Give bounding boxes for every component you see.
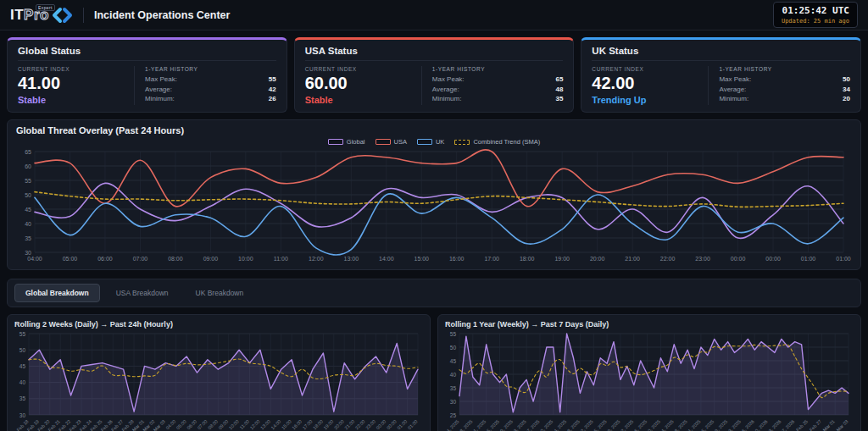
history-row: Minimum:35 (432, 94, 564, 104)
svg-text:35: 35 (25, 235, 31, 241)
svg-text:12:00: 12:00 (309, 256, 324, 262)
svg-text:Mar 04, 2025: Mar 04, 2025 (445, 418, 460, 431)
svg-text:50: 50 (25, 192, 31, 198)
legend-label: Combined Trend (SMA) (473, 138, 540, 146)
svg-text:15:00: 15:00 (414, 256, 429, 262)
utc-clock: 01:25:42 UTC (782, 5, 849, 16)
svg-text:Feb 25: Feb 25 (795, 418, 809, 431)
svg-text:50: 50 (450, 345, 457, 351)
history-row: Average:34 (719, 85, 850, 95)
history-row: Average:48 (432, 85, 564, 95)
svg-text:40: 40 (450, 372, 457, 378)
svg-text:08:00: 08:00 (168, 256, 183, 262)
svg-text:13:00: 13:00 (344, 256, 359, 262)
current-index-label: Current Index (18, 66, 134, 72)
svg-text:22:00: 22:00 (354, 418, 366, 430)
page-title: Incident Operations Center (94, 9, 230, 21)
right-chart-title: Rolling 1 Year (Weekly) → Past 7 Days (D… (445, 320, 854, 329)
legend-swatch (417, 139, 432, 145)
svg-text:17:00: 17:00 (484, 256, 499, 262)
svg-text:18:00: 18:00 (520, 256, 535, 262)
svg-text:15:00: 15:00 (281, 418, 292, 430)
svg-text:10:00: 10:00 (238, 256, 253, 262)
breakdown-charts-row: Rolling 2 Weeks (Daily) → Past 24h (Hour… (7, 314, 861, 431)
status-text: Stable (18, 95, 134, 105)
status-card: Global Status Current Index 41.00 Stable… (7, 37, 287, 113)
svg-text:19:00: 19:00 (554, 256, 570, 262)
history-row: Max Peak:65 (432, 75, 564, 85)
svg-text:01:00: 01:00 (836, 256, 851, 262)
tab-uk-breakdown[interactable]: UK Breakdown (185, 284, 255, 302)
svg-text:30: 30 (450, 399, 457, 405)
current-index-label: Current Index (305, 66, 421, 72)
main-chart-title: Global Threat Overlay (Past 24 Hours) (16, 125, 852, 135)
svg-text:21:00: 21:00 (625, 256, 640, 262)
rolling-2-weeks-panel: Rolling 2 Weeks (Daily) → Past 24h (Hour… (7, 314, 431, 431)
svg-text:09:00: 09:00 (217, 418, 229, 430)
status-card: UK Status Current Index 42.00 Trending U… (581, 37, 861, 113)
svg-text:40: 40 (25, 221, 31, 227)
svg-text:09:00: 09:00 (203, 256, 219, 262)
legend-item[interactable]: UK (417, 138, 444, 146)
status-text: Stable (305, 95, 421, 105)
legend-item[interactable]: Global (328, 138, 365, 146)
history-row: Minimum:20 (719, 94, 850, 104)
card-title: USA Status (305, 46, 564, 61)
left-chart-title: Rolling 2 Weeks (Daily) → Past 24h (Hour… (14, 320, 423, 329)
svg-text:55: 55 (25, 178, 31, 184)
svg-text:35: 35 (450, 385, 457, 391)
rolling-1-year-panel: Rolling 1 Year (Weekly) → Past 7 Days (D… (437, 314, 861, 431)
svg-text:05:00: 05:00 (175, 418, 187, 430)
rolling-1-year-chart: 25303540455055Mar 04, 2025Mar 18, 2025Ap… (445, 330, 854, 431)
svg-text:04:00: 04:00 (164, 418, 176, 430)
history-label: 1-Year History (145, 66, 276, 72)
history-label: 1-Year History (432, 66, 564, 72)
rolling-2-weeks-chart: 303540455055Feb 18Feb 19Feb 20Feb 21Feb … (14, 330, 423, 431)
legend-item[interactable]: USA (376, 138, 407, 146)
svg-text:01:00: 01:00 (396, 418, 408, 430)
tab-global-breakdown[interactable]: Global Breakdown (14, 284, 100, 302)
history-row: Average:42 (145, 85, 276, 95)
legend-label: Global (347, 138, 365, 146)
legend-swatch (376, 139, 391, 145)
svg-text:01:00: 01:00 (801, 256, 816, 262)
current-index-value: 42.00 (592, 74, 708, 93)
logo-text-it: IT (10, 7, 24, 24)
current-index-label: Current Index (592, 66, 708, 72)
global-threat-overlay-panel: Global Threat Overlay (Past 24 Hours) Gl… (7, 119, 861, 270)
legend-swatch (454, 140, 470, 145)
svg-text:55: 55 (450, 331, 457, 337)
legend-item[interactable]: Combined Trend (SMA) (454, 138, 540, 146)
svg-text:19:00: 19:00 (322, 418, 334, 430)
svg-text:40: 40 (19, 379, 26, 385)
last-updated-text: Updated: 25 min ago (782, 18, 849, 25)
svg-text:06:00: 06:00 (186, 418, 198, 430)
svg-text:00:00: 00:00 (731, 256, 746, 262)
history-row: Max Peak:50 (719, 75, 850, 85)
svg-text:20:00: 20:00 (590, 256, 605, 262)
svg-text:12:00: 12:00 (249, 418, 261, 430)
svg-text:18:00: 18:00 (312, 418, 324, 430)
svg-text:05:00: 05:00 (63, 256, 78, 262)
svg-text:10:00: 10:00 (228, 418, 240, 430)
history-rows: Max Peak:50Average:34Minimum:20 (719, 75, 850, 104)
tab-usa-breakdown[interactable]: USA Breakdown (105, 284, 180, 302)
legend-swatch (328, 139, 343, 145)
svg-text:07:00: 07:00 (133, 256, 148, 262)
svg-text:11:00: 11:00 (239, 418, 251, 430)
card-title: Global Status (18, 46, 276, 61)
svg-text:21:00: 21:00 (343, 418, 355, 430)
svg-text:25: 25 (450, 412, 457, 418)
svg-text:04:00: 04:00 (27, 256, 42, 262)
current-index-value: 60.00 (305, 74, 421, 93)
svg-text:60: 60 (25, 163, 31, 169)
status-cards-row: Global Status Current Index 41.00 Stable… (7, 37, 861, 113)
app-header: ITPro Expert Incident Operations Center … (0, 0, 868, 30)
svg-text:14:00: 14:00 (270, 418, 281, 430)
svg-text:45: 45 (450, 358, 457, 364)
svg-text:45: 45 (25, 207, 31, 213)
history-row: Minimum:26 (145, 94, 276, 104)
svg-text:00:00: 00:00 (386, 418, 398, 430)
main-line-chart: 303540455055606504:0005:0006:0007:0008:0… (16, 147, 852, 264)
card-title: UK Status (592, 46, 850, 61)
